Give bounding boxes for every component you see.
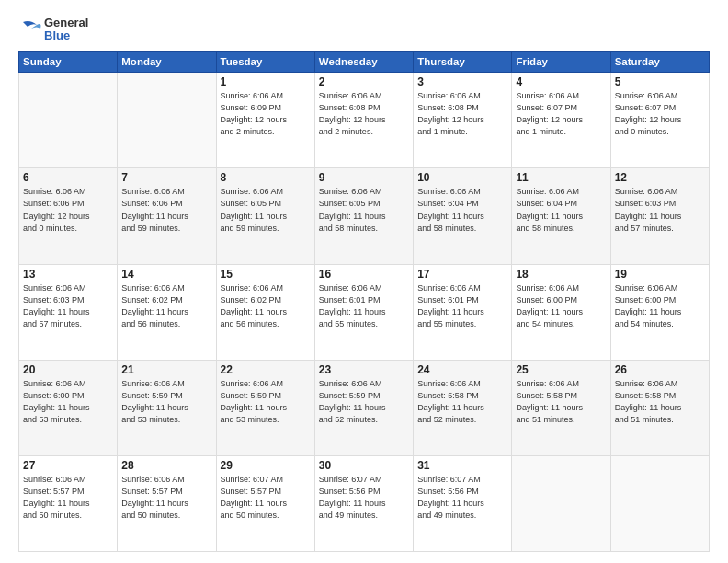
day-header-wednesday: Wednesday [314, 52, 413, 73]
day-number: 15 [221, 268, 311, 281]
day-number: 9 [319, 171, 409, 184]
calendar-week-row: 6Sunrise: 6:06 AMSunset: 6:06 PMDaylight… [19, 168, 710, 264]
cell-detail: Sunrise: 6:06 AMSunset: 6:07 PMDaylight:… [615, 90, 705, 138]
calendar-cell: 6Sunrise: 6:06 AMSunset: 6:06 PMDaylight… [19, 168, 118, 264]
day-number: 12 [615, 171, 705, 184]
calendar-table: SundayMondayTuesdayWednesdayThursdayFrid… [18, 51, 710, 552]
calendar-cell: 18Sunrise: 6:06 AMSunset: 6:00 PMDayligh… [512, 264, 610, 360]
calendar-cell: 8Sunrise: 6:06 AMSunset: 6:05 PMDaylight… [216, 168, 314, 264]
day-number: 2 [319, 75, 409, 88]
day-number: 3 [417, 75, 507, 88]
cell-detail: Sunrise: 6:06 AMSunset: 6:00 PMDaylight:… [23, 378, 113, 426]
calendar-cell: 24Sunrise: 6:06 AMSunset: 5:58 PMDayligh… [414, 360, 512, 455]
calendar-cell: 20Sunrise: 6:06 AMSunset: 6:00 PMDayligh… [19, 360, 118, 455]
day-number: 7 [121, 171, 211, 184]
calendar-cell: 30Sunrise: 6:07 AMSunset: 5:56 PMDayligh… [314, 455, 413, 551]
logo-general-text: General [44, 17, 88, 29]
calendar-cell: 13Sunrise: 6:06 AMSunset: 6:03 PMDayligh… [19, 264, 118, 360]
cell-detail: Sunrise: 6:06 AMSunset: 5:59 PMDaylight:… [221, 378, 311, 426]
day-number: 8 [221, 171, 311, 184]
calendar-week-row: 13Sunrise: 6:06 AMSunset: 6:03 PMDayligh… [19, 264, 710, 360]
cell-detail: Sunrise: 6:06 AMSunset: 6:06 PMDaylight:… [23, 186, 113, 234]
day-number: 27 [23, 459, 113, 472]
day-number: 4 [516, 75, 606, 88]
calendar-cell: 25Sunrise: 6:06 AMSunset: 5:58 PMDayligh… [512, 360, 610, 455]
cell-detail: Sunrise: 6:06 AMSunset: 6:02 PMDaylight:… [121, 282, 211, 330]
cell-detail: Sunrise: 6:06 AMSunset: 5:57 PMDaylight:… [121, 474, 211, 522]
calendar-cell: 4Sunrise: 6:06 AMSunset: 6:07 PMDaylight… [512, 73, 610, 168]
calendar-cell: 31Sunrise: 6:07 AMSunset: 5:56 PMDayligh… [414, 455, 512, 551]
calendar-cell: 2Sunrise: 6:06 AMSunset: 6:08 PMDaylight… [314, 73, 413, 168]
day-number: 14 [121, 268, 211, 281]
day-number: 31 [417, 459, 507, 472]
logo-bird-icon [18, 17, 42, 41]
calendar-week-row: 20Sunrise: 6:06 AMSunset: 6:00 PMDayligh… [19, 360, 710, 455]
calendar-week-row: 27Sunrise: 6:06 AMSunset: 5:57 PMDayligh… [19, 455, 710, 551]
calendar-cell [512, 455, 610, 551]
day-number: 22 [221, 363, 311, 376]
calendar-cell: 16Sunrise: 6:06 AMSunset: 6:01 PMDayligh… [314, 264, 413, 360]
day-number: 28 [121, 459, 211, 472]
calendar-week-row: 1Sunrise: 6:06 AMSunset: 6:09 PMDaylight… [19, 73, 710, 168]
day-number: 24 [417, 363, 507, 376]
calendar-cell: 5Sunrise: 6:06 AMSunset: 6:07 PMDaylight… [610, 73, 709, 168]
calendar-cell: 9Sunrise: 6:06 AMSunset: 6:05 PMDaylight… [314, 168, 413, 264]
day-header-monday: Monday [118, 52, 216, 73]
calendar-cell: 22Sunrise: 6:06 AMSunset: 5:59 PMDayligh… [216, 360, 314, 455]
day-header-thursday: Thursday [414, 52, 512, 73]
calendar-cell: 17Sunrise: 6:06 AMSunset: 6:01 PMDayligh… [414, 264, 512, 360]
calendar-cell: 27Sunrise: 6:06 AMSunset: 5:57 PMDayligh… [19, 455, 118, 551]
day-number: 16 [319, 268, 409, 281]
day-number: 1 [221, 75, 311, 88]
day-number: 5 [615, 75, 705, 88]
calendar-cell: 10Sunrise: 6:06 AMSunset: 6:04 PMDayligh… [414, 168, 512, 264]
day-number: 29 [221, 459, 311, 472]
cell-detail: Sunrise: 6:06 AMSunset: 6:04 PMDaylight:… [516, 186, 606, 234]
cell-detail: Sunrise: 6:06 AMSunset: 6:07 PMDaylight:… [516, 90, 606, 138]
day-header-tuesday: Tuesday [216, 52, 314, 73]
calendar-cell [19, 73, 118, 168]
day-header-friday: Friday [512, 52, 610, 73]
cell-detail: Sunrise: 6:06 AMSunset: 6:02 PMDaylight:… [221, 282, 311, 330]
cell-detail: Sunrise: 6:06 AMSunset: 6:05 PMDaylight:… [221, 186, 311, 234]
cell-detail: Sunrise: 6:06 AMSunset: 6:09 PMDaylight:… [221, 90, 311, 138]
cell-detail: Sunrise: 6:06 AMSunset: 5:59 PMDaylight:… [319, 378, 409, 426]
cell-detail: Sunrise: 6:06 AMSunset: 6:08 PMDaylight:… [319, 90, 409, 138]
cell-detail: Sunrise: 6:06 AMSunset: 6:08 PMDaylight:… [417, 90, 507, 138]
day-number: 10 [417, 171, 507, 184]
calendar-cell: 19Sunrise: 6:06 AMSunset: 6:00 PMDayligh… [610, 264, 709, 360]
cell-detail: Sunrise: 6:07 AMSunset: 5:56 PMDaylight:… [417, 474, 507, 522]
cell-detail: Sunrise: 6:06 AMSunset: 6:00 PMDaylight:… [615, 282, 705, 330]
calendar-cell: 1Sunrise: 6:06 AMSunset: 6:09 PMDaylight… [216, 73, 314, 168]
logo: General Blue [18, 17, 88, 41]
cell-detail: Sunrise: 6:07 AMSunset: 5:56 PMDaylight:… [319, 474, 409, 522]
day-number: 17 [417, 268, 507, 281]
cell-detail: Sunrise: 6:06 AMSunset: 5:58 PMDaylight:… [615, 378, 705, 426]
day-number: 11 [516, 171, 606, 184]
day-number: 26 [615, 363, 705, 376]
cell-detail: Sunrise: 6:06 AMSunset: 5:57 PMDaylight:… [23, 474, 113, 522]
calendar-cell: 21Sunrise: 6:06 AMSunset: 5:59 PMDayligh… [118, 360, 216, 455]
calendar-cell: 23Sunrise: 6:06 AMSunset: 5:59 PMDayligh… [314, 360, 413, 455]
cell-detail: Sunrise: 6:06 AMSunset: 6:04 PMDaylight:… [417, 186, 507, 234]
cell-detail: Sunrise: 6:06 AMSunset: 6:05 PMDaylight:… [319, 186, 409, 234]
calendar-cell: 12Sunrise: 6:06 AMSunset: 6:03 PMDayligh… [610, 168, 709, 264]
day-number: 30 [319, 459, 409, 472]
day-number: 18 [516, 268, 606, 281]
cell-detail: Sunrise: 6:06 AMSunset: 6:01 PMDaylight:… [319, 282, 409, 330]
calendar-cell: 7Sunrise: 6:06 AMSunset: 6:06 PMDaylight… [118, 168, 216, 264]
logo-blue-text: Blue [44, 29, 88, 42]
header: General Blue [18, 17, 710, 41]
day-number: 20 [23, 363, 113, 376]
day-number: 19 [615, 268, 705, 281]
cell-detail: Sunrise: 6:06 AMSunset: 6:01 PMDaylight:… [417, 282, 507, 330]
cell-detail: Sunrise: 6:07 AMSunset: 5:57 PMDaylight:… [221, 474, 311, 522]
calendar-cell: 14Sunrise: 6:06 AMSunset: 6:02 PMDayligh… [118, 264, 216, 360]
calendar-header-row: SundayMondayTuesdayWednesdayThursdayFrid… [19, 52, 710, 73]
calendar-cell: 28Sunrise: 6:06 AMSunset: 5:57 PMDayligh… [118, 455, 216, 551]
cell-detail: Sunrise: 6:06 AMSunset: 6:03 PMDaylight:… [615, 186, 705, 234]
cell-detail: Sunrise: 6:06 AMSunset: 5:58 PMDaylight:… [417, 378, 507, 426]
calendar-cell: 11Sunrise: 6:06 AMSunset: 6:04 PMDayligh… [512, 168, 610, 264]
day-number: 6 [23, 171, 113, 184]
calendar-cell [610, 455, 709, 551]
